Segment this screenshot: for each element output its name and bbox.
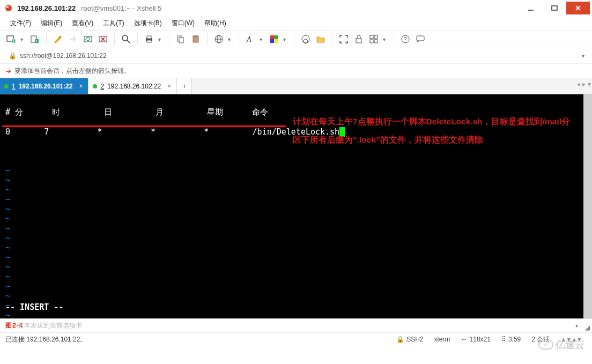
font-icon[interactable]: A — [245, 33, 256, 45]
tab-status-dot-icon — [4, 84, 9, 88]
address-dropdown[interactable]: ▾ — [579, 53, 588, 59]
vim-mode: -- INSERT -- — [5, 302, 63, 312]
new-session-dropdown[interactable]: ▾ — [20, 36, 26, 42]
print-dropdown[interactable]: ▾ — [158, 36, 164, 42]
lock-icon[interactable] — [353, 33, 365, 45]
menu-tab[interactable]: 选项卡(B) — [131, 17, 165, 29]
menu-view[interactable]: 查看(V) — [69, 17, 96, 29]
color-dropdown[interactable]: ▾ — [283, 36, 288, 42]
svg-rect-33 — [274, 35, 278, 39]
compose-placeholder[interactable]: 文本发送到当前选项卡 — [18, 321, 82, 330]
app-logo-icon — [4, 4, 13, 12]
crontab-entry: 0 7 * * * /bin/DeleteLock.sh — [5, 127, 339, 137]
print-icon[interactable] — [143, 33, 155, 45]
svg-point-1 — [6, 6, 9, 8]
properties-icon[interactable] — [52, 33, 64, 45]
disconnect-icon[interactable] — [97, 33, 109, 45]
terminal[interactable]: # 分 时 日 月 星期 命令 0 7 * * * /bin/DeleteLoc… — [0, 94, 592, 318]
status-pos: ⠿ 3,59 — [501, 336, 521, 343]
svg-rect-14 — [60, 36, 61, 38]
address-url[interactable]: ssh://root@192.168.26.101:22 — [20, 52, 579, 60]
title-bar: 192.168.26.101:22 root@vms001:~ - Xshell… — [0, 0, 592, 16]
close-button[interactable] — [566, 2, 590, 14]
svg-rect-22 — [147, 36, 151, 39]
menu-bar: 文件(F) 编辑(E) 查看(V) 工具(T) 选项卡(B) 窗口(W) 帮助(… — [0, 16, 592, 30]
new-session-icon[interactable] — [5, 33, 17, 45]
status-size: ↔ 118x21 — [461, 336, 491, 343]
folder-icon[interactable] — [315, 33, 327, 45]
tile-dropdown[interactable]: ▾ — [383, 36, 388, 42]
svg-rect-3 — [552, 6, 557, 10]
tab-close-icon[interactable]: × — [167, 83, 171, 90]
address-lock-icon: 🔒 — [9, 52, 17, 60]
status-term: xterm — [434, 336, 450, 343]
status-protocol: 🔒 SSH2 — [396, 336, 423, 343]
terminal-scrollbar[interactable] — [583, 94, 592, 318]
tab-close-icon[interactable]: × — [79, 83, 83, 90]
tilde-line: ~ ~ ~ ~ ~ ~ ~ ~ ~ ~ ~ ~ ~ ~ ~ ~ — [5, 166, 10, 318]
color-icon[interactable] — [268, 33, 280, 45]
svg-point-0 — [5, 5, 12, 11]
svg-point-19 — [122, 35, 128, 41]
tab-number: 1 — [12, 83, 16, 90]
tile-icon[interactable] — [368, 33, 380, 45]
paste-icon[interactable] — [190, 33, 202, 45]
help-icon[interactable]: ? — [399, 33, 411, 45]
reconnect-icon[interactable] — [82, 33, 94, 45]
session-tabs: 1 192.168.26.101:22 × 2 192.168.26.102:2… — [0, 78, 592, 94]
tab-label: 192.168.26.102:22 — [107, 83, 161, 90]
status-arrows-icon[interactable]: ▲ ▼ ▲ ▼ — [560, 336, 581, 343]
resize-grip-icon[interactable]: ◢ — [583, 324, 591, 331]
chat-icon[interactable] — [415, 33, 426, 45]
encoding-dropdown[interactable]: ▾ — [228, 36, 233, 42]
status-bar: 已连接 192.168.26.101:22。 🔒 SSH2 xterm ↔ 11… — [0, 332, 592, 346]
svg-rect-37 — [370, 35, 373, 39]
tab-nav-right-icon[interactable]: ▸ — [582, 80, 586, 88]
menu-window[interactable]: 窗口(W) — [169, 17, 197, 29]
tab-number: 2 — [100, 83, 104, 90]
tab-label: 192.168.26.101:22 — [19, 83, 73, 90]
find-icon[interactable] — [120, 33, 132, 45]
tab-session-2[interactable]: 2 192.168.26.102:22 × — [88, 78, 177, 94]
svg-rect-32 — [270, 35, 274, 39]
status-sessions: 2 会话 — [531, 335, 550, 344]
minimize-button[interactable] — [519, 2, 543, 14]
window-title-detail: root@vms001:~ - Xshell 5 — [81, 4, 161, 12]
maximize-button[interactable] — [543, 2, 566, 14]
svg-rect-43 — [417, 36, 424, 41]
fullscreen-icon[interactable] — [338, 33, 350, 45]
font-dropdown[interactable]: ▾ — [260, 36, 265, 42]
tab-status-dot-icon — [93, 84, 97, 88]
svg-rect-35 — [274, 39, 278, 43]
status-connection: 已连接 192.168.26.101:22。 — [5, 335, 391, 344]
menu-file[interactable]: 文件(F) — [8, 17, 34, 29]
hint-arrow-icon[interactable]: ➔ — [5, 67, 11, 75]
annotation-text: 计划在每天上午7点整执行一个脚本DeleteLock.sh，目标是查找到/mai… — [293, 113, 577, 149]
tab-nav-left-icon[interactable]: ◂ — [577, 80, 580, 88]
address-bar: 🔒 ssh://root@192.168.26.101:22 ▾ — [0, 48, 592, 63]
encoding-icon[interactable] — [213, 33, 225, 45]
menu-edit[interactable]: 编辑(E) — [38, 17, 65, 29]
new-tab-button[interactable]: + — [177, 78, 192, 94]
compose-bar: 图2-4 文本发送到当前选项卡 ▾ ◢ — [0, 318, 592, 332]
svg-rect-36 — [356, 39, 361, 43]
tab-session-1[interactable]: 1 192.168.26.101:22 × — [0, 78, 88, 94]
window-title-host: 192.168.26.101:22 — [17, 4, 76, 12]
session-icon[interactable] — [300, 33, 312, 45]
svg-rect-27 — [194, 35, 197, 37]
compose-dropdown[interactable]: ▾ — [575, 323, 578, 329]
tab-menu-icon[interactable]: ▾ — [588, 80, 591, 88]
toolbar: ▾ ▾ ▾ A ▾ ▾ ▾ ? — [0, 30, 592, 48]
svg-rect-34 — [270, 39, 274, 43]
svg-rect-23 — [147, 40, 151, 42]
open-icon[interactable] — [29, 33, 41, 45]
copy-icon[interactable] — [175, 33, 187, 45]
svg-text:?: ? — [404, 36, 407, 42]
menu-help[interactable]: 帮助(H) — [202, 17, 229, 29]
menu-tools[interactable]: 工具(T) — [100, 17, 127, 29]
svg-rect-25 — [179, 38, 183, 43]
svg-rect-38 — [374, 35, 378, 39]
hint-text: 要添加当前会话，点击左侧的箭头按钮。 — [14, 66, 130, 76]
forward-icon[interactable] — [67, 33, 79, 45]
svg-rect-39 — [370, 40, 373, 43]
